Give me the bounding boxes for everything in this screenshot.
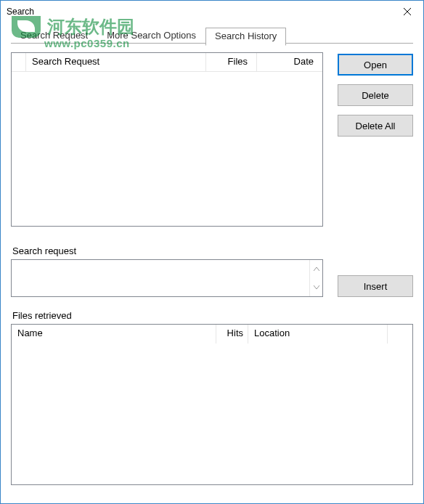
history-col-date[interactable]: Date <box>257 53 322 71</box>
tab-search-history[interactable]: Search History <box>205 28 286 46</box>
close-icon <box>404 8 411 15</box>
history-col-request[interactable]: Search Request <box>26 53 206 71</box>
delete-all-button[interactable]: Delete All <box>338 115 413 137</box>
search-request-label: Search request <box>12 245 323 256</box>
search-history-table[interactable]: Search Request Files Date <box>11 52 323 227</box>
tab-more-search-options[interactable]: More Search Options <box>97 27 205 45</box>
search-request-input[interactable] <box>11 259 323 297</box>
files-col-location[interactable]: Location <box>248 325 388 344</box>
history-col-files[interactable]: Files <box>206 53 257 71</box>
search-request-spinner <box>309 260 322 296</box>
spinner-up-button[interactable] <box>310 260 322 278</box>
search-history-header-row: Search Request Files Date <box>12 53 322 72</box>
files-col-end[interactable] <box>388 325 412 344</box>
delete-button[interactable]: Delete <box>338 84 413 106</box>
window-titlebar: Search <box>1 1 423 23</box>
tab-content: Search Request Files Date Open Delete De… <box>1 45 423 495</box>
insert-button[interactable]: Insert <box>338 275 413 297</box>
files-retrieved-table[interactable]: Name Hits Location <box>11 324 413 485</box>
files-col-name[interactable]: Name <box>12 325 216 344</box>
files-retrieved-header-row: Name Hits Location <box>12 325 412 344</box>
tab-search-request[interactable]: Search Request <box>11 27 97 45</box>
open-button[interactable]: Open <box>338 54 413 76</box>
chevron-down-icon <box>314 285 319 289</box>
tab-bar: Search Request More Search Options Searc… <box>11 27 423 45</box>
window-title: Search <box>7 7 391 17</box>
files-retrieved-label: Files retrieved <box>12 310 413 321</box>
history-col-selector[interactable] <box>12 53 26 71</box>
chevron-up-icon <box>314 267 319 271</box>
files-col-hits[interactable]: Hits <box>216 325 248 344</box>
spinner-down-button[interactable] <box>310 278 322 296</box>
window-close-button[interactable] <box>391 1 423 23</box>
